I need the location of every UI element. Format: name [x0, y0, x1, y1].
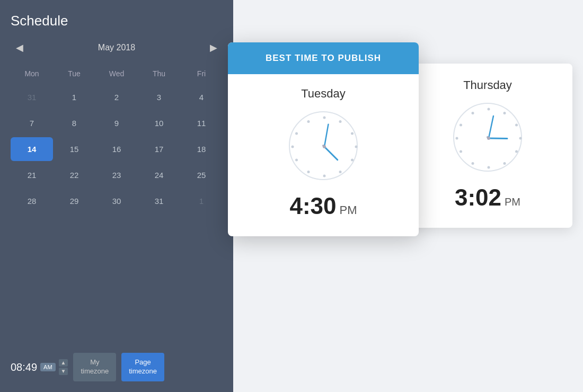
- svg-point-1: [339, 120, 342, 123]
- week-5: 28 29 30 31 1: [11, 189, 223, 213]
- time-display: 08:49 AM ▲ ▼: [11, 359, 68, 375]
- svg-point-22: [472, 162, 474, 165]
- tuesday-time-value: 4:30: [289, 193, 336, 219]
- table-row[interactable]: 11: [180, 111, 223, 135]
- svg-point-26: [472, 112, 474, 114]
- tuesday-clock: [289, 111, 358, 180]
- best-time-body: Tuesday: [228, 74, 419, 236]
- svg-point-23: [460, 150, 462, 153]
- table-row[interactable]: 9: [95, 111, 138, 135]
- table-row[interactable]: 3: [138, 85, 180, 109]
- svg-point-6: [323, 175, 326, 177]
- time-up-button[interactable]: ▲: [59, 359, 68, 367]
- svg-point-0: [323, 117, 326, 119]
- svg-point-11: [307, 120, 310, 123]
- svg-line-28: [489, 116, 493, 138]
- table-row[interactable]: 29: [53, 189, 95, 213]
- week-3: 14 15 16 17 18: [11, 137, 223, 161]
- svg-point-5: [339, 171, 342, 173]
- svg-point-15: [488, 108, 490, 111]
- dow-header-row: Mon Tue Wed Thu Fri: [11, 66, 223, 81]
- svg-point-19: [515, 150, 518, 153]
- svg-point-29: [487, 137, 490, 140]
- week-4: 21 22 23 24 25: [11, 163, 223, 187]
- table-row[interactable]: 10: [138, 111, 180, 135]
- table-row[interactable]: 18: [180, 137, 223, 161]
- svg-point-2: [351, 132, 354, 135]
- thursday-ampm: PM: [505, 196, 520, 208]
- svg-point-21: [488, 166, 490, 169]
- calendar-panel: Schedule ◀ May 2018 ▶ Mon Tue Wed Thu Fr…: [0, 0, 233, 392]
- table-row[interactable]: 22: [53, 163, 95, 187]
- table-row[interactable]: 31: [11, 85, 53, 109]
- next-month-button[interactable]: ▶: [205, 40, 223, 56]
- dow-fri: Fri: [180, 66, 223, 81]
- time-row: 08:49 AM ▲ ▼ Mytimezone Pagetimezone: [11, 353, 223, 381]
- am-pm-badge: AM: [40, 363, 56, 371]
- best-time-day: Tuesday: [238, 87, 408, 101]
- my-timezone-button[interactable]: Mytimezone: [73, 353, 116, 381]
- table-row[interactable]: 21: [11, 163, 53, 187]
- table-row[interactable]: 25: [180, 163, 223, 187]
- thursday-clock: [453, 103, 522, 172]
- table-row[interactable]: 1: [53, 85, 95, 109]
- dow-thu: Thu: [138, 66, 180, 81]
- thursday-time: 3:02 PM: [413, 184, 562, 211]
- month-label: May 2018: [98, 43, 135, 52]
- best-time-header: BEST TIME TO PUBLISH: [228, 42, 419, 74]
- svg-point-17: [515, 124, 518, 127]
- table-row[interactable]: 4: [180, 85, 223, 109]
- svg-point-3: [355, 146, 358, 148]
- svg-point-14: [323, 145, 326, 148]
- table-row[interactable]: 24: [138, 163, 180, 187]
- svg-point-24: [456, 137, 458, 140]
- table-row[interactable]: 7: [11, 111, 53, 135]
- svg-point-7: [307, 171, 310, 173]
- table-row[interactable]: 23: [95, 163, 138, 187]
- table-row[interactable]: 8: [53, 111, 95, 135]
- svg-line-27: [489, 138, 507, 139]
- time-down-button[interactable]: ▼: [59, 368, 68, 375]
- best-time-popup: BEST TIME TO PUBLISH Tuesday: [228, 42, 419, 236]
- table-row[interactable]: 28: [11, 189, 53, 213]
- table-row[interactable]: 2: [95, 85, 138, 109]
- svg-point-20: [504, 162, 506, 165]
- thursday-day: Thursday: [413, 78, 562, 92]
- svg-line-13: [324, 124, 328, 147]
- dow-wed: Wed: [95, 66, 138, 81]
- svg-point-8: [295, 159, 298, 162]
- table-row[interactable]: 17: [138, 137, 180, 161]
- calendar-title: Schedule: [11, 13, 223, 29]
- table-row[interactable]: 16: [95, 137, 138, 161]
- tuesday-time: 4:30 PM: [238, 193, 408, 219]
- thursday-time-value: 3:02: [455, 184, 501, 211]
- dow-mon: Mon: [11, 66, 53, 81]
- svg-point-16: [504, 112, 506, 114]
- dow-tue: Tue: [53, 66, 95, 81]
- scene: Schedule ◀ May 2018 ▶ Mon Tue Wed Thu Fr…: [0, 0, 583, 392]
- prev-month-button[interactable]: ◀: [11, 40, 29, 56]
- tuesday-ampm: PM: [340, 203, 357, 217]
- svg-line-12: [324, 147, 338, 160]
- svg-point-18: [519, 137, 522, 140]
- svg-point-25: [460, 124, 462, 127]
- week-1: 31 1 2 3 4: [11, 85, 223, 109]
- svg-point-4: [351, 159, 354, 162]
- table-row[interactable]: 1: [180, 189, 223, 213]
- table-row[interactable]: 31: [138, 189, 180, 213]
- time-value: 08:49: [11, 361, 37, 373]
- time-stepper: ▲ ▼: [59, 359, 68, 375]
- svg-point-10: [295, 132, 298, 135]
- week-2: 7 8 9 10 11: [11, 111, 223, 135]
- selected-day[interactable]: 14: [11, 137, 53, 161]
- page-timezone-button[interactable]: Pagetimezone: [121, 353, 164, 381]
- table-row[interactable]: 30: [95, 189, 138, 213]
- calendar-grid: Mon Tue Wed Thu Fri 31 1 2 3 4 7 8 9 10 …: [11, 66, 223, 213]
- calendar-nav: ◀ May 2018 ▶: [11, 40, 223, 56]
- svg-point-9: [292, 146, 294, 148]
- secondary-card: Thursday: [403, 64, 572, 228]
- table-row[interactable]: 15: [53, 137, 95, 161]
